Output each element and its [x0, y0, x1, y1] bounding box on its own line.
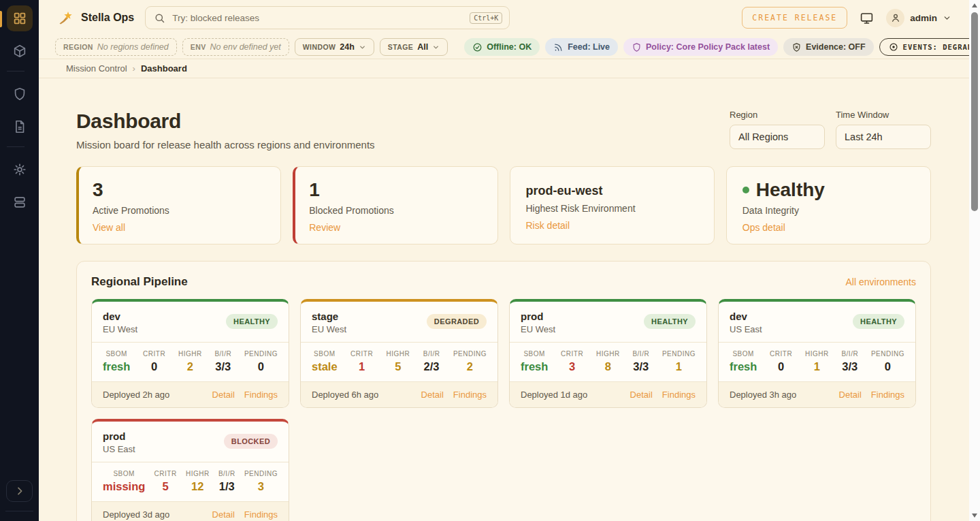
topbar: Stella Ops Ctrl+K CREATE RELEASE admin [39, 0, 969, 35]
scrollbar-thumb[interactable] [971, 12, 978, 211]
detail-link[interactable]: Detail [212, 509, 235, 520]
metric-value: 2/3 [423, 360, 440, 373]
pipeline-region: EU West [521, 324, 555, 334]
scroll-up-arrow[interactable] [972, 3, 977, 7]
stats-row: 3 Active Promotions View all 1 Blocked P… [76, 166, 931, 244]
status-badge: BLOCKED [224, 434, 278, 449]
stage-filter-chip[interactable]: STAGE All [380, 38, 448, 56]
stat-link[interactable]: View all [93, 222, 125, 233]
search-icon [154, 12, 165, 24]
page-subtitle: Mission board for release health across … [76, 139, 375, 151]
findings-link[interactable]: Findings [244, 390, 278, 400]
sidebar-item-releases[interactable] [7, 38, 33, 64]
metric-label: PENDING [453, 350, 487, 358]
metric-value: fresh [521, 360, 548, 373]
pipeline-metrics: SBOMfreshCRITR0HIGHR1B/I/R3/3PENDING0 [719, 342, 915, 382]
detail-link[interactable]: Detail [212, 390, 235, 400]
user-menu[interactable]: admin [886, 9, 951, 27]
metric-critr: CRITR3 [561, 350, 583, 373]
search-input[interactable] [165, 13, 470, 23]
detail-link[interactable]: Detail [839, 390, 862, 400]
sidebar-item-documents[interactable] [7, 114, 33, 140]
metric-pending: PENDING0 [244, 350, 278, 373]
metric-value: 0 [770, 360, 792, 373]
findings-link[interactable]: Findings [662, 390, 696, 400]
pipeline-card: dev EU West HEALTHY SBOMfreshCRITR0HIGHR… [91, 299, 289, 408]
metric-b-i-r: B/I/R3/3 [841, 350, 858, 373]
stat-link[interactable]: Risk detail [526, 220, 570, 231]
app-root: Stella Ops Ctrl+K CREATE RELEASE admin [0, 0, 980, 521]
all-environments-link[interactable]: All environments [846, 277, 917, 287]
sidebar-item-infrastructure[interactable] [7, 189, 33, 215]
metric-value: fresh [730, 360, 757, 373]
stat-link[interactable]: Review [309, 222, 340, 233]
metric-critr: CRITR1 [350, 350, 373, 373]
monitor-icon[interactable] [860, 11, 874, 25]
status-pill-policy[interactable]: Policy: Core Policy Pack latest [623, 38, 778, 56]
metric-pending: PENDING0 [871, 350, 904, 373]
status-badge: DEGRADED [427, 314, 487, 329]
page-title: Dashboard [76, 110, 375, 133]
stat-value: Healthy [742, 178, 915, 202]
env-filter-chip[interactable]: ENV No env defined yet [182, 38, 289, 56]
sidebar-divider [7, 71, 24, 72]
status-pill-evidence[interactable]: Evidence: OFF [783, 38, 874, 56]
metric-value: 1/3 [218, 480, 235, 493]
page-content: Dashboard Mission board for release heal… [39, 78, 969, 521]
sidebar-expand-button[interactable] [6, 480, 33, 502]
metric-label: B/I/R [632, 350, 649, 358]
breadcrumb-parent[interactable]: Mission Control [66, 63, 127, 74]
stat-label: Highest Risk Environment [526, 203, 698, 214]
scroll-down-arrow[interactable] [972, 514, 977, 518]
health-dot [742, 187, 749, 193]
metric-label: HIGHR [186, 470, 210, 477]
detail-link[interactable]: Detail [421, 390, 444, 400]
pipeline-region: US East [103, 444, 135, 454]
window-chip-label: WINDOW [303, 43, 336, 51]
vertical-scrollbar[interactable] [969, 0, 980, 521]
pipeline-metrics: SBOMfreshCRITR0HIGHR2B/I/R3/3PENDING0 [92, 342, 289, 382]
pipeline-env-name: dev [103, 311, 137, 322]
context-bar: REGION No regions defined ENV No env def… [39, 35, 969, 59]
stat-value: 3 [93, 178, 265, 202]
region-select-label: Region [730, 110, 825, 120]
shield-x-icon [791, 42, 802, 52]
region-select[interactable]: All Regions [730, 125, 825, 149]
sidebar-item-settings[interactable] [7, 157, 33, 183]
time-window-select[interactable]: Last 24h [836, 125, 931, 149]
findings-link[interactable]: Findings [244, 509, 278, 520]
metric-highr: HIGHR1 [805, 350, 829, 373]
metric-value: 3/3 [632, 360, 649, 373]
findings-link[interactable]: Findings [871, 390, 904, 400]
sidebar-item-security[interactable] [7, 81, 33, 107]
pipeline-env-name: prod [521, 311, 555, 322]
stat-value: 1 [309, 178, 481, 202]
stat-card: prod-eu-west Highest Risk Environment Ri… [510, 166, 715, 244]
status-pill-offline[interactable]: Offline: OK [464, 38, 540, 56]
metric-pending: PENDING2 [453, 350, 487, 373]
status-pill-feed[interactable]: Feed: Live [545, 38, 618, 56]
sidebar-item-dashboard[interactable] [7, 5, 33, 31]
findings-link[interactable]: Findings [453, 390, 487, 400]
person-icon [890, 12, 901, 23]
document-icon [12, 119, 27, 134]
detail-link[interactable]: Detail [630, 390, 653, 400]
status-badge: HEALTHY [644, 314, 696, 329]
events-status-pill[interactable]: EVENTS: DEGRADED [879, 38, 980, 56]
metric-label: SBOM [103, 350, 130, 358]
status-pill-label: Feed: Live [568, 42, 610, 52]
metric-value: 3 [561, 360, 583, 373]
metric-highr: HIGHR2 [178, 350, 202, 373]
shield-icon [632, 42, 642, 52]
metric-label: HIGHR [596, 350, 620, 358]
global-search[interactable]: Ctrl+K [145, 6, 510, 29]
stat-card: Healthy Data Integrity Ops detail [726, 166, 931, 244]
stat-link[interactable]: Ops detail [742, 222, 785, 233]
region-filter-chip[interactable]: REGION No regions defined [55, 38, 177, 56]
metric-highr: HIGHR8 [596, 350, 620, 373]
window-filter-chip[interactable]: WINDOW 24h [295, 38, 374, 56]
env-chip-label: ENV [191, 43, 206, 51]
create-release-button[interactable]: CREATE RELEASE [742, 7, 847, 29]
metric-sbom: SBOMmissing [103, 470, 145, 493]
pipeline-card: prod US East BLOCKED SBOMmissingCRITR5HI… [91, 419, 289, 521]
